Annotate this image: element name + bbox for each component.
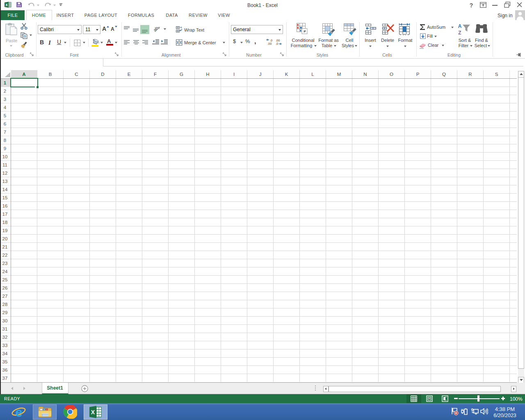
svg-text:X: X bbox=[91, 409, 95, 415]
svg-text:.0: .0 bbox=[276, 42, 278, 45]
svg-text:?: ? bbox=[470, 2, 473, 9]
svg-text:.00: .00 bbox=[267, 42, 272, 45]
svg-text:A: A bbox=[458, 23, 462, 29]
svg-text:X: X bbox=[5, 3, 8, 7]
svg-text:e: e bbox=[15, 405, 22, 419]
svg-text:≠: ≠ bbox=[303, 29, 306, 34]
svg-text:Z: Z bbox=[458, 30, 461, 36]
